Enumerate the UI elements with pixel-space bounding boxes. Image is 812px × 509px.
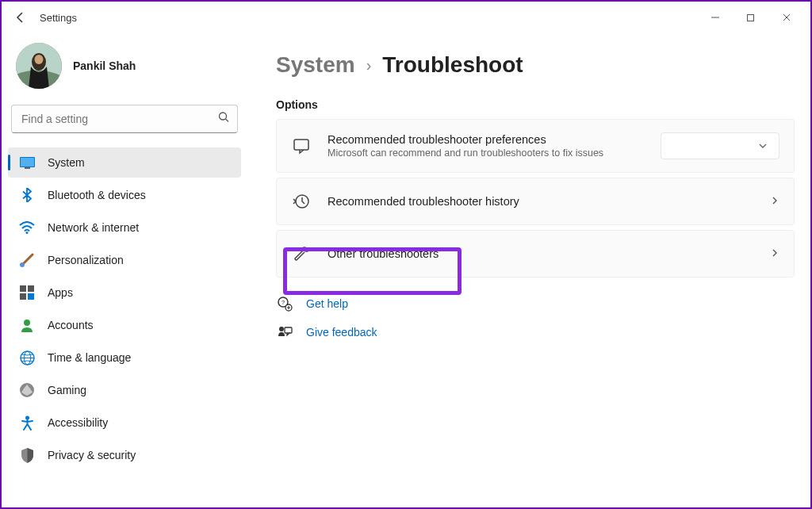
chevron-right-icon: › [366,56,372,75]
nav-label: Accessibility [48,416,108,429]
nav-bluetooth[interactable]: Bluetooth & devices [8,180,241,210]
window-title: Settings [40,12,77,24]
svg-rect-14 [20,293,26,300]
globe-icon [19,350,35,365]
svg-rect-13 [28,285,34,292]
nav-label: System [48,156,85,169]
give-feedback-row[interactable]: Give feedback [276,323,795,341]
svg-point-27 [279,327,284,331]
title-bar: Settings [2,2,810,33]
preferences-dropdown[interactable] [661,132,779,159]
minimize-button[interactable] [697,5,733,30]
breadcrumb-parent[interactable]: System [276,52,355,78]
svg-point-11 [20,262,25,267]
feedback-icon [276,323,293,341]
card-other-troubleshooters[interactable]: Other troubleshooters [276,230,795,277]
card-troubleshooter-preferences[interactable]: Recommended troubleshooter preferences M… [276,119,795,173]
chevron-down-icon [758,141,768,151]
card-title: Other troubleshooters [327,247,770,260]
accessibility-icon [19,415,35,431]
nav-label: Gaming [48,384,86,396]
shield-icon [19,447,35,463]
help-icon: ? [276,295,293,312]
chat-icon [291,136,312,156]
back-button[interactable] [8,5,33,30]
avatar [16,43,62,89]
svg-point-5 [220,113,227,120]
nav-label: Accounts [48,319,94,331]
svg-rect-8 [21,158,34,166]
gaming-icon [19,382,35,398]
user-name: Pankil Shah [73,59,136,72]
system-icon [19,155,35,170]
sidebar: Pankil Shah System Bluetooth & devices N… [2,33,247,507]
profile[interactable]: Pankil Shah [8,36,241,105]
search-icon [218,112,230,127]
card-troubleshooter-history[interactable]: Recommended troubleshooter history [276,178,795,225]
window-controls [697,5,804,30]
nav-label: Apps [48,286,73,299]
bluetooth-icon [19,187,35,203]
breadcrumb-current: Troubleshoot [382,52,523,78]
nav-label: Personalization [48,254,124,266]
svg-rect-9 [25,167,30,169]
nav-label: Privacy & security [48,449,136,461]
nav-privacy[interactable]: Privacy & security [8,440,241,470]
close-button[interactable] [768,5,804,30]
nav-apps[interactable]: Apps [8,277,241,308]
search-container [11,105,238,133]
card-title: Recommended troubleshooter preferences [327,133,661,146]
content-area: System › Troubleshoot Options Recommende… [247,33,810,507]
svg-line-6 [226,119,229,122]
chevron-right-icon [770,247,779,261]
nav-list: System Bluetooth & devices Network & int… [8,147,241,470]
svg-rect-15 [28,293,34,300]
nav-time[interactable]: Time & language [8,343,241,373]
brush-icon [19,252,35,268]
svg-rect-28 [285,327,292,333]
nav-label: Bluetooth & devices [48,189,146,201]
svg-rect-12 [20,285,26,292]
nav-personalization[interactable]: Personalization [8,245,241,275]
nav-accessibility[interactable]: Accessibility [8,408,241,438]
nav-gaming[interactable]: Gaming [8,375,241,405]
maximize-button[interactable] [733,5,768,30]
svg-text:?: ? [282,299,285,306]
svg-rect-22 [294,140,308,150]
card-subtitle: Microsoft can recommend and run troubles… [327,147,661,159]
search-input[interactable] [11,105,238,133]
svg-point-4 [35,55,44,64]
wrench-icon [291,243,312,264]
apps-icon [19,285,35,300]
svg-point-16 [24,320,30,326]
get-help-row[interactable]: ? Get help [276,295,795,312]
nav-system[interactable]: System [8,147,241,178]
breadcrumb: System › Troubleshoot [276,52,795,78]
svg-point-10 [26,232,29,234]
nav-accounts[interactable]: Accounts [8,310,241,340]
svg-rect-1 [748,14,754,21]
chevron-right-icon [770,194,779,209]
nav-label: Network & internet [48,221,139,234]
section-options-label: Options [276,98,795,111]
get-help-link[interactable]: Get help [306,297,348,310]
give-feedback-link[interactable]: Give feedback [306,326,377,339]
person-icon [19,317,35,333]
card-title: Recommended troubleshooter history [327,195,770,208]
nav-network[interactable]: Network & internet [8,212,241,243]
wifi-icon [19,220,35,235]
history-icon [291,191,312,212]
nav-label: Time & language [48,351,131,364]
